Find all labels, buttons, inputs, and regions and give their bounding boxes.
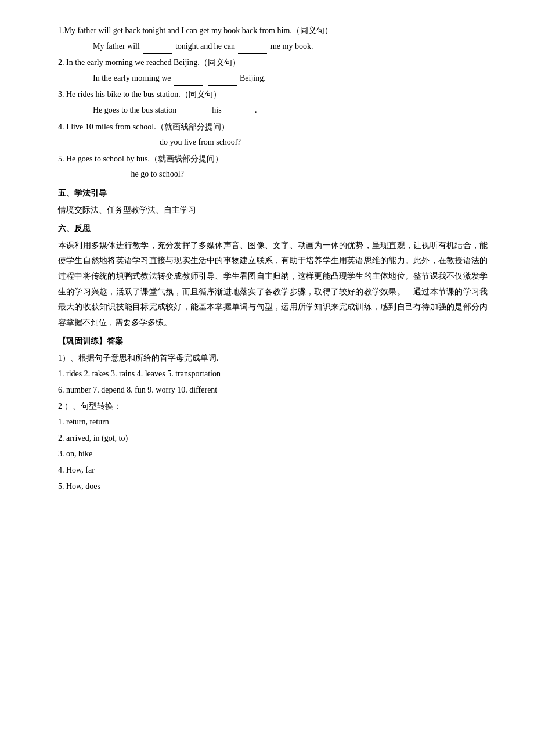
question-3: 3. He rides his bike to the bus station.… xyxy=(58,87,488,118)
q1-sub: My father will tonight and he can me my … xyxy=(58,39,488,55)
q4-text: 4. I live 10 miles from school.（就画线部分提问） xyxy=(58,123,229,131)
answer-2-line-5: 5. How, does xyxy=(58,479,488,495)
blank-3-1 xyxy=(180,118,209,118)
blank-1-1 xyxy=(143,53,172,54)
section-5-content: 情境交际法、任务型教学法、自主学习 xyxy=(58,203,488,218)
blank-2-2 xyxy=(208,85,237,86)
q5-text: 5. He goes to school by bus.（就画线部分提问） xyxy=(58,154,223,163)
blank-2-1 xyxy=(174,85,203,86)
q1-text: 1.My father will get back tonight and I … xyxy=(58,26,333,35)
question-5: 5. He goes to school by bus.（就画线部分提问） he… xyxy=(58,152,488,182)
answer-2-line-3: 3. on, bike xyxy=(58,447,488,462)
answer-2-line-1: 1. return, return xyxy=(58,415,488,430)
answer-1-line-2: 6. number 7. depend 8. fun 9. worry 10. … xyxy=(58,383,488,398)
section-6-title: 六、反思 xyxy=(58,221,488,237)
answer-2-line-2: 2. arrived, in (got, to) xyxy=(58,431,488,447)
section-6-content: 本课利用多媒体进行教学，充分发挥了多媒体声音、图像、文字、动画为一体的优势，呈现… xyxy=(58,238,488,331)
q2-text: 2. In the early morning we reached Beiji… xyxy=(58,58,240,67)
answer-title: 【巩固训练】答案 xyxy=(58,334,488,350)
question-1: 1.My father will get back tonight and I … xyxy=(58,23,488,54)
question-2: 2. In the early morning we reached Beiji… xyxy=(58,55,488,86)
blank-5-2 xyxy=(99,182,128,182)
question-4: 4. I live 10 miles from school.（就画线部分提问）… xyxy=(58,120,488,150)
answer-sub-title-2: 2 ）、句型转换： xyxy=(58,399,488,415)
blank-4-1 xyxy=(94,150,123,150)
blank-3-2 xyxy=(225,118,254,118)
answer-1-line-1: 1. rides 2. takes 3. rains 4. leaves 5. … xyxy=(58,366,488,382)
blank-5-1 xyxy=(59,182,88,182)
section-5-title: 五、学法引导 xyxy=(58,186,488,201)
q3-sub: He goes to the bus station his . xyxy=(58,103,488,118)
answer-sub-title-1: 1）、根据句子意思和所给的首字母完成单词. xyxy=(58,351,488,366)
q5-sub: he go to school? xyxy=(58,167,488,182)
answer-2-line-4: 4. How, far xyxy=(58,463,488,478)
section-5: 五、学法引导 情境交际法、任务型教学法、自主学习 xyxy=(58,186,488,218)
blank-4-2 xyxy=(128,150,157,150)
answer-section: 【巩固训练】答案 1）、根据句子意思和所给的首字母完成单词. 1. rides … xyxy=(58,334,488,494)
section-6: 六、反思 本课利用多媒体进行教学，充分发挥了多媒体声音、图像、文字、动画为一体的… xyxy=(58,221,488,330)
q2-sub: In the early morning we Beijing. xyxy=(58,71,488,87)
q4-sub: do you live from school? xyxy=(58,135,488,150)
main-content: 1.My father will get back tonight and I … xyxy=(58,23,488,494)
blank-1-2 xyxy=(238,53,267,54)
q3-text: 3. He rides his bike to the bus station.… xyxy=(58,90,221,99)
